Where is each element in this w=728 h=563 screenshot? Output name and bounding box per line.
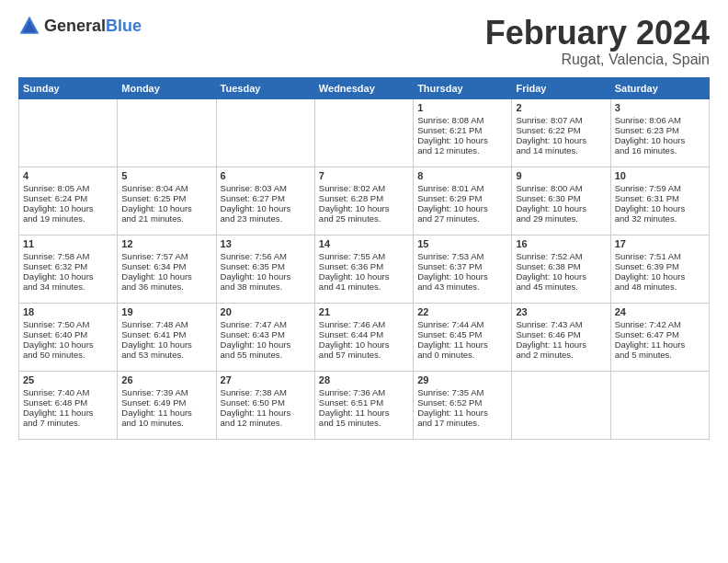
day-info-line: Daylight: 10 hours [221,339,311,350]
day-info-line: Sunrise: 7:53 AM [417,251,507,261]
calendar-cell: 2Sunrise: 8:07 AMSunset: 6:22 PMDaylight… [512,98,610,167]
day-info-line: Sunset: 6:25 PM [121,193,211,203]
day-info-line: Sunrise: 8:05 AM [23,183,113,193]
calendar-cell: 22Sunrise: 7:44 AMSunset: 6:45 PMDayligh… [414,303,512,371]
day-number: 3 [615,102,705,113]
day-info-line: and 7 minutes. [23,418,113,428]
day-info-line: and 21 minutes. [121,213,211,224]
day-info-line: and 41 minutes. [319,282,409,292]
day-info-line: Sunrise: 7:57 AM [121,251,211,261]
calendar-cell [314,98,413,167]
day-info-line: Sunrise: 8:07 AM [516,115,606,125]
day-info-line: and 32 minutes. [615,213,705,224]
calendar-cell: 16Sunrise: 7:52 AMSunset: 6:38 PMDayligh… [512,235,610,303]
calendar-cell: 28Sunrise: 7:36 AMSunset: 6:51 PMDayligh… [314,371,413,439]
day-number: 12 [121,238,211,249]
header-friday: Friday [512,77,610,98]
day-info-line: Sunrise: 7:51 AM [615,251,705,261]
header-sunday: Sunday [19,77,118,98]
calendar-cell: 17Sunrise: 7:51 AMSunset: 6:39 PMDayligh… [610,235,709,303]
logo-text: GeneralBlue [44,17,142,36]
day-info-line: Daylight: 10 hours [23,271,113,282]
day-info-line: Sunset: 6:34 PM [121,261,211,271]
day-info-line: and 15 minutes. [319,418,409,428]
day-info-line: Sunrise: 7:35 AM [417,387,507,397]
day-info-line: Sunset: 6:39 PM [615,261,705,271]
day-info-line: Sunset: 6:45 PM [417,329,507,339]
day-info-line: Daylight: 10 hours [121,203,211,213]
day-info-line: Daylight: 10 hours [319,339,409,350]
day-info-line: Sunrise: 7:36 AM [319,387,409,397]
day-info-line: and 38 minutes. [221,282,311,292]
day-info-line: Sunrise: 7:39 AM [121,387,211,397]
day-info-line: and 25 minutes. [319,213,409,224]
day-info-line: and 27 minutes. [417,213,507,224]
day-info-line: Sunset: 6:35 PM [221,261,311,271]
day-info-line: and 2 minutes. [516,350,606,360]
logo: GeneralBlue [18,15,142,37]
day-info-line: and 34 minutes. [23,282,113,292]
calendar-cell: 23Sunrise: 7:43 AMSunset: 6:46 PMDayligh… [512,303,610,371]
day-info-line: Sunset: 6:30 PM [516,193,606,203]
day-number: 17 [615,238,705,249]
calendar-cell: 4Sunrise: 8:05 AMSunset: 6:24 PMDaylight… [19,167,118,235]
day-info-line: Sunrise: 7:44 AM [417,319,507,329]
day-info-line: Sunrise: 7:52 AM [516,251,606,261]
day-info-line: and 17 minutes. [417,418,507,428]
day-info-line: Sunset: 6:23 PM [615,125,705,135]
day-info-line: Sunset: 6:46 PM [516,329,606,339]
day-info-line: and 45 minutes. [516,282,606,292]
day-info-line: Sunrise: 8:02 AM [319,183,409,193]
day-info-line: and 23 minutes. [221,213,311,224]
day-info-line: Sunset: 6:31 PM [615,193,705,203]
calendar-week-3: 11Sunrise: 7:58 AMSunset: 6:32 PMDayligh… [19,235,710,303]
day-number: 9 [516,170,606,181]
day-info-line: and 50 minutes. [23,350,113,360]
logo-icon [18,15,40,37]
calendar-cell: 6Sunrise: 8:03 AMSunset: 6:27 PMDaylight… [216,167,314,235]
day-info-line: Daylight: 10 hours [221,271,311,282]
day-info-line: Sunrise: 8:00 AM [516,183,606,193]
sub-title: Rugat, Valencia, Spain [485,52,710,68]
day-info-line: Daylight: 10 hours [23,339,113,350]
day-number: 15 [417,238,507,249]
calendar-week-2: 4Sunrise: 8:05 AMSunset: 6:24 PMDaylight… [19,167,710,235]
day-info-line: Sunrise: 7:58 AM [23,251,113,261]
header-saturday: Saturday [610,77,709,98]
day-info-line: and 14 minutes. [516,145,606,155]
day-info-line: Sunrise: 7:43 AM [516,319,606,329]
day-number: 6 [221,170,311,181]
day-info-line: Daylight: 10 hours [319,203,409,213]
calendar-cell: 19Sunrise: 7:48 AMSunset: 6:41 PMDayligh… [118,303,216,371]
day-number: 29 [417,374,507,385]
day-info-line: and 0 minutes. [417,350,507,360]
day-info-line: Sunrise: 8:03 AM [221,183,311,193]
calendar-cell: 29Sunrise: 7:35 AMSunset: 6:52 PMDayligh… [414,371,512,439]
day-info-line: Sunset: 6:49 PM [121,397,211,408]
day-info-line: Daylight: 11 hours [417,408,507,418]
day-number: 24 [615,306,705,317]
main-title: February 2024 [485,15,710,52]
day-info-line: Daylight: 10 hours [615,135,705,145]
calendar-cell: 5Sunrise: 8:04 AMSunset: 6:25 PMDaylight… [118,167,216,235]
day-info-line: Daylight: 11 hours [121,408,211,418]
calendar-week-5: 25Sunrise: 7:40 AMSunset: 6:48 PMDayligh… [19,371,710,439]
calendar-week-1: 1Sunrise: 8:08 AMSunset: 6:21 PMDaylight… [19,98,710,167]
day-info-line: and 55 minutes. [221,350,311,360]
day-number: 7 [319,170,409,181]
day-number: 28 [319,374,409,385]
day-info-line: Sunrise: 8:08 AM [417,115,507,125]
day-number: 19 [121,306,211,317]
day-info-line: Daylight: 11 hours [615,339,705,350]
calendar-cell: 12Sunrise: 7:57 AMSunset: 6:34 PMDayligh… [118,235,216,303]
day-info-line: and 53 minutes. [121,350,211,360]
day-info-line: Sunset: 6:28 PM [319,193,409,203]
calendar-table: Sunday Monday Tuesday Wednesday Thursday… [18,77,710,440]
day-number: 27 [221,374,311,385]
day-number: 10 [615,170,705,181]
calendar-cell [216,98,314,167]
calendar-cell: 13Sunrise: 7:56 AMSunset: 6:35 PMDayligh… [216,235,314,303]
day-info-line: Daylight: 11 hours [516,339,606,350]
day-info-line: Sunset: 6:41 PM [121,329,211,339]
day-info-line: Sunset: 6:24 PM [23,193,113,203]
